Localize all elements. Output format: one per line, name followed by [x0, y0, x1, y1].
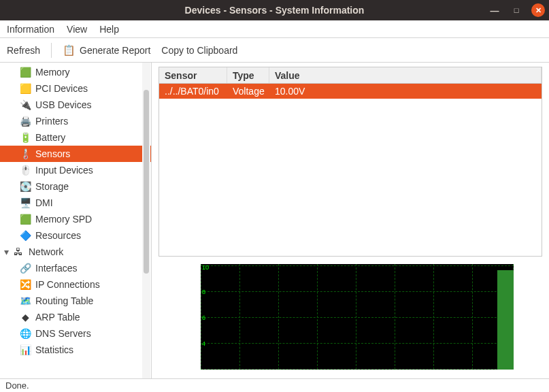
menu-information[interactable]: Information: [7, 24, 54, 35]
separator: [51, 43, 52, 58]
spd-icon: 🟩: [19, 213, 31, 225]
usb-icon: 🔌: [19, 99, 31, 111]
ip-icon: 🔀: [19, 278, 31, 291]
sidebar-item-storage[interactable]: 💽Storage: [0, 178, 151, 195]
sidebar-item-label: DMI: [35, 197, 53, 208]
storage-icon: 💽: [19, 180, 31, 193]
sidebar-item-label: PCI Devices: [35, 83, 88, 94]
sidebar-item-label: Network: [29, 246, 63, 257]
sidebar-item-input-devices[interactable]: 🖱️Input Devices: [0, 162, 151, 178]
chevron-down-icon: ▾: [4, 246, 12, 257]
sidebar-item-label: DNS Servers: [35, 328, 91, 339]
table-header: Sensor Type Value: [159, 67, 542, 84]
sidebar-item-arp-table[interactable]: ◆ARP Table: [0, 309, 151, 325]
sidebar-item-resources[interactable]: 🔷Resources: [0, 227, 151, 244]
sidebar-item-label: Statistics: [35, 344, 73, 355]
header-value[interactable]: Value: [269, 67, 542, 83]
titlebar: Devices - Sensors - System Information —…: [0, 0, 549, 20]
sidebar-item-label: ARP Table: [35, 312, 80, 323]
cell-type: Voltage: [227, 86, 269, 97]
sidebar-item-label: IP Connections: [35, 279, 100, 290]
content-pane: Sensor Type Value ../../BAT0/in0Voltage1…: [152, 63, 549, 378]
sidebar-item-label: USB Devices: [35, 99, 91, 110]
sidebar-item-dmi[interactable]: 🖥️DMI: [0, 195, 151, 211]
y-tick-8: 8: [202, 289, 205, 295]
memory-icon: 🟩: [19, 66, 31, 78]
battery-icon: 🔋: [19, 131, 31, 144]
table-row[interactable]: ../../BAT0/in0Voltage10.00V: [159, 84, 542, 99]
refresh-button[interactable]: Refresh: [7, 45, 40, 56]
menu-view[interactable]: View: [67, 24, 87, 35]
generate-report-button[interactable]: 📋 Generate Report: [63, 44, 150, 56]
arp-icon: ◆: [19, 311, 31, 323]
sensor-table: Sensor Type Value ../../BAT0/in0Voltage1…: [159, 67, 542, 257]
window-title: Devices - Sensors - System Information: [0, 5, 549, 16]
sidebar-item-statistics[interactable]: 📊Statistics: [0, 342, 151, 358]
sidebar-item-label: Interfaces: [35, 263, 77, 274]
graph-trace: [497, 270, 514, 370]
copy-label: Copy to Clipboard: [161, 45, 237, 56]
sidebar: 🟩Memory🟨PCI Devices🔌USB Devices🖨️Printer…: [0, 63, 152, 378]
sidebar-item-label: Storage: [35, 181, 69, 192]
cell-value: 10.00V: [269, 86, 542, 97]
sidebar-scrollbar[interactable]: [142, 63, 150, 378]
sidebar-item-label: Memory SPD: [35, 214, 92, 225]
window-controls: — □ ✕: [488, 3, 545, 17]
sidebar-item-network[interactable]: ▾🖧Network: [0, 244, 151, 260]
sidebar-item-interfaces[interactable]: 🔗Interfaces: [0, 260, 151, 276]
sidebar-item-label: Sensors: [35, 148, 70, 159]
sidebar-item-label: Printers: [35, 116, 68, 127]
minimize-button[interactable]: —: [488, 3, 501, 17]
sidebar-item-memory[interactable]: 🟩Memory: [0, 64, 151, 80]
copy-clipboard-button[interactable]: Copy to Clipboard: [161, 45, 237, 56]
sidebar-item-label: Input Devices: [35, 165, 93, 176]
network-icon: 🖧: [12, 246, 24, 258]
sidebar-item-label: Battery: [35, 132, 65, 143]
header-sensor[interactable]: Sensor: [159, 67, 227, 83]
sidebar-item-printers[interactable]: 🖨️Printers: [0, 113, 151, 129]
sidebar-item-ip-connections[interactable]: 🔀IP Connections: [0, 276, 151, 293]
y-tick-4: 4: [202, 340, 205, 347]
refresh-label: Refresh: [7, 45, 40, 56]
sidebar-item-label: Routing Table: [35, 295, 93, 306]
menu-help[interactable]: Help: [99, 24, 119, 35]
resources-icon: 🔷: [19, 229, 31, 242]
main-area: 🟩Memory🟨PCI Devices🔌USB Devices🖨️Printer…: [0, 63, 549, 378]
dns-icon: 🌐: [19, 327, 31, 340]
input-icon: 🖱️: [19, 164, 31, 176]
dmi-icon: 🖥️: [19, 197, 31, 209]
y-tick-10: 10: [202, 264, 209, 271]
interfaces-icon: 🔗: [19, 262, 31, 274]
sidebar-item-label: Memory: [35, 67, 70, 78]
sidebar-item-sensors[interactable]: 🌡️Sensors: [0, 146, 151, 162]
sidebar-item-pci-devices[interactable]: 🟨PCI Devices: [0, 80, 151, 97]
printer-icon: 🖨️: [19, 115, 31, 127]
sensors-icon: 🌡️: [19, 148, 31, 160]
routing-icon: 🗺️: [19, 295, 31, 307]
close-button[interactable]: ✕: [531, 3, 545, 17]
sidebar-item-label: Resources: [35, 230, 81, 241]
cell-sensor: ../../BAT0/in0: [159, 86, 227, 97]
status-text: Done.: [5, 380, 29, 391]
y-tick-6: 6: [202, 314, 205, 321]
toolbar: Refresh 📋 Generate Report Copy to Clipbo…: [0, 38, 549, 63]
status-bar: Done.: [0, 378, 549, 392]
pci-icon: 🟨: [19, 82, 31, 95]
menubar: Information View Help: [0, 20, 549, 38]
header-type[interactable]: Type: [227, 67, 269, 83]
stats-icon: 📊: [19, 344, 31, 356]
sidebar-item-battery[interactable]: 🔋Battery: [0, 129, 151, 146]
sidebar-item-usb-devices[interactable]: 🔌USB Devices: [0, 97, 151, 113]
sidebar-item-routing-table[interactable]: 🗺️Routing Table: [0, 293, 151, 309]
graph-area: 10 8 6 4: [159, 262, 542, 374]
clipboard-icon: 📋: [63, 44, 76, 56]
sidebar-item-memory-spd[interactable]: 🟩Memory SPD: [0, 211, 151, 227]
maximize-button[interactable]: □: [510, 3, 523, 17]
sensor-graph: 10 8 6 4: [201, 264, 514, 370]
scrollbar-thumb[interactable]: [144, 90, 149, 274]
generate-report-label: Generate Report: [80, 45, 150, 56]
sidebar-item-dns-servers[interactable]: 🌐DNS Servers: [0, 325, 151, 342]
